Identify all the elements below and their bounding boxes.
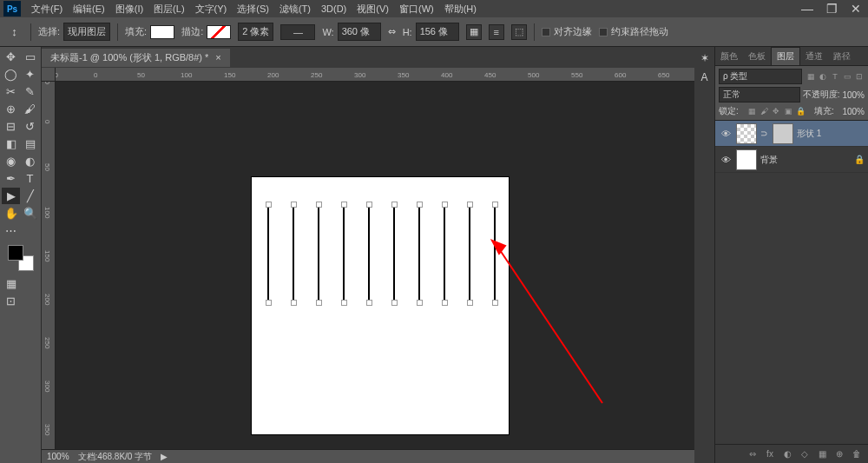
ruler-horizontal[interactable]: 5005010015020025030035040045050055060065… [56, 68, 694, 82]
width-input[interactable]: 360 像 [338, 23, 381, 41]
eyedropper-tool[interactable]: ✎ [21, 83, 39, 100]
tab-paths[interactable]: 路径 [828, 48, 856, 65]
selection-mode-select[interactable]: 现用图层 [63, 23, 110, 41]
vector-mask-thumbnail[interactable] [773, 123, 793, 144]
dodge-tool[interactable]: ◐ [21, 153, 39, 169]
pathops-icon[interactable]: ▦ [466, 24, 482, 40]
new-layer-icon[interactable]: ⊕ [833, 448, 845, 460]
menu-3d[interactable]: 3D(D) [316, 3, 352, 14]
layer-name[interactable]: 背景 [760, 154, 778, 166]
link-layers-icon[interactable]: ⇔ [746, 448, 759, 460]
document-info[interactable]: 文档:468.8K/0 字节 [78, 451, 153, 463]
history-panel-icon[interactable]: ✶ [697, 50, 713, 66]
color-swatches [8, 245, 34, 271]
lasso-tool[interactable]: ◯ [2, 66, 20, 83]
tab-color[interactable]: 颜色 [715, 48, 743, 65]
lock-position-icon[interactable]: ✥ [771, 106, 781, 116]
layer-row[interactable]: 👁 ⊃ 形状 1 [715, 121, 868, 147]
tab-layers[interactable]: 图层 [771, 47, 800, 65]
delete-layer-icon[interactable]: 🗑 [851, 448, 863, 460]
menu-help[interactable]: 帮助(H) [439, 3, 482, 16]
menu-image[interactable]: 图像(I) [110, 3, 148, 16]
menu-select[interactable]: 选择(S) [232, 3, 274, 16]
hand-tool[interactable]: ✋ [2, 205, 20, 222]
filter-shape-icon[interactable]: ▭ [842, 71, 852, 82]
menu-edit[interactable]: 编辑(E) [68, 3, 110, 16]
lock-artboard-icon[interactable]: ▣ [783, 106, 793, 116]
layer-kind-filter[interactable]: ρ 类型 [719, 69, 802, 84]
stroke-width-input[interactable]: 2 像素 [238, 23, 273, 41]
fill-swatch[interactable] [150, 25, 174, 39]
visibility-toggle[interactable]: 👁 [719, 129, 733, 139]
tab-channels[interactable]: 通道 [800, 48, 828, 65]
layer-name[interactable]: 形状 1 [797, 128, 821, 140]
maximize-button[interactable]: ❐ [819, 0, 844, 17]
menu-tool[interactable]: ⋯ [2, 222, 20, 239]
blend-mode-select[interactable]: 正常 [719, 87, 800, 103]
height-input[interactable]: 156 像 [416, 23, 459, 41]
lock-pixels-icon[interactable]: 🖌 [759, 106, 769, 116]
marquee-tool[interactable]: ▭ [21, 49, 39, 65]
ruler-origin[interactable] [42, 68, 56, 82]
fx-icon[interactable]: fx [764, 448, 776, 460]
menu-type[interactable]: 文字(Y) [190, 3, 233, 16]
type-tool[interactable]: T [21, 170, 39, 187]
history-brush-tool[interactable]: ↺ [21, 118, 39, 135]
tab-swatches[interactable]: 色板 [743, 48, 771, 65]
stroke-swatch[interactable] [207, 25, 231, 39]
status-expand-icon[interactable]: ▶ [161, 452, 168, 461]
brush-tool[interactable]: 🖌 [21, 101, 39, 117]
mask-icon[interactable]: ◐ [781, 448, 793, 460]
menu-view[interactable]: 视图(V) [352, 3, 394, 16]
zoom-level[interactable]: 100% [47, 452, 69, 461]
layer-thumbnail[interactable] [736, 149, 757, 170]
eraser-tool[interactable]: ◧ [2, 136, 20, 152]
path-select-tool[interactable]: ▶ [2, 188, 20, 204]
filter-adjust-icon[interactable]: ◐ [818, 71, 828, 82]
constrain-checkbox[interactable] [599, 28, 608, 36]
screenmode-tool[interactable]: ⊡ [2, 293, 20, 309]
minimize-button[interactable]: — [795, 0, 819, 17]
stroke-type-select[interactable]: — [280, 24, 315, 40]
menu-file[interactable]: 文件(F) [26, 3, 68, 16]
layer-thumbnail[interactable] [736, 123, 757, 144]
menu-layer[interactable]: 图层(L) [148, 3, 189, 16]
adjustment-icon[interactable]: ◇ [799, 448, 811, 460]
shape-selection[interactable] [267, 203, 496, 306]
heal-tool[interactable]: ⊕ [2, 101, 20, 117]
visibility-toggle[interactable]: 👁 [719, 155, 733, 165]
document-tab[interactable]: 未标题-1 @ 100% (形状 1, RGB/8#) * × [42, 49, 230, 67]
close-tab-icon[interactable]: × [215, 52, 220, 63]
quickmask-tool[interactable]: ▦ [2, 275, 20, 292]
gradient-tool[interactable]: ▤ [21, 136, 39, 152]
layer-row[interactable]: 👁 背景 🔒 [715, 147, 868, 173]
filter-pixel-icon[interactable]: ▦ [806, 71, 816, 82]
close-button[interactable]: ✕ [844, 0, 868, 17]
blur-tool[interactable]: ◉ [2, 153, 20, 169]
stamp-tool[interactable]: ⊟ [2, 118, 20, 135]
align-edges-checkbox[interactable] [542, 28, 550, 36]
foreground-swatch[interactable] [8, 245, 23, 261]
fill-opacity-value[interactable]: 100% [842, 107, 865, 116]
canvas-viewport[interactable] [56, 82, 694, 449]
canvas[interactable] [252, 177, 509, 434]
zoom-tool[interactable]: 🔍 [21, 205, 39, 222]
character-panel-icon[interactable]: A [697, 69, 713, 85]
filter-smart-icon[interactable]: ⊡ [854, 71, 865, 82]
move-tool[interactable]: ✥ [2, 49, 20, 65]
wand-tool[interactable]: ✦ [21, 66, 39, 83]
opacity-value[interactable]: 100% [842, 90, 865, 100]
menu-filter[interactable]: 滤镜(T) [274, 3, 316, 16]
link-icon[interactable]: ⇔ [388, 26, 396, 37]
crop-tool[interactable]: ✂ [2, 83, 20, 100]
arrange-icon[interactable]: ⬚ [511, 24, 527, 40]
group-icon[interactable]: ▦ [816, 448, 828, 460]
align-icon[interactable]: ≡ [489, 24, 504, 40]
filter-type-icon[interactable]: T [830, 71, 840, 82]
ruler-vertical[interactable]: 50050100150200250300350400 [42, 82, 56, 449]
lock-all-icon[interactable]: 🔒 [795, 106, 806, 116]
line-tool[interactable]: ╱ [21, 188, 39, 204]
pen-tool[interactable]: ✒ [2, 170, 20, 187]
lock-transparency-icon[interactable]: ▦ [746, 106, 757, 116]
menu-window[interactable]: 窗口(W) [394, 3, 439, 16]
